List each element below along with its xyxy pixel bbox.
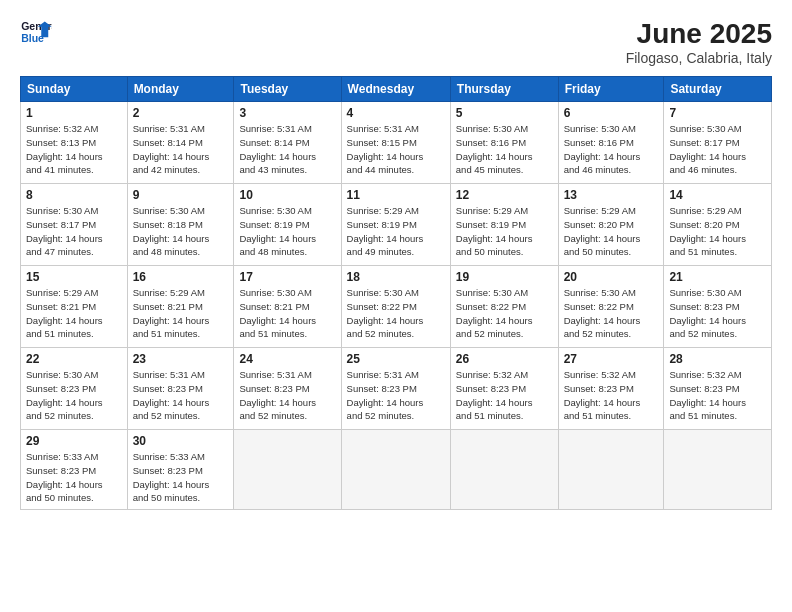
day-info: Sunrise: 5:30 AM Sunset: 8:23 PM Dayligh… [669,286,766,341]
day-number: 26 [456,352,553,366]
day-number: 28 [669,352,766,366]
week-row: 22Sunrise: 5:30 AM Sunset: 8:23 PM Dayli… [21,348,772,430]
day-info: Sunrise: 5:30 AM Sunset: 8:19 PM Dayligh… [239,204,335,259]
table-row: 7Sunrise: 5:30 AM Sunset: 8:17 PM Daylig… [664,102,772,184]
day-number: 21 [669,270,766,284]
day-number: 20 [564,270,659,284]
table-row: 28Sunrise: 5:32 AM Sunset: 8:23 PM Dayli… [664,348,772,430]
calendar-table: Sunday Monday Tuesday Wednesday Thursday… [20,76,772,510]
day-info: Sunrise: 5:29 AM Sunset: 8:19 PM Dayligh… [347,204,445,259]
header-row: Sunday Monday Tuesday Wednesday Thursday… [21,77,772,102]
day-info: Sunrise: 5:32 AM Sunset: 8:23 PM Dayligh… [669,368,766,423]
table-row: 24Sunrise: 5:31 AM Sunset: 8:23 PM Dayli… [234,348,341,430]
day-number: 11 [347,188,445,202]
logo-icon: General Blue [20,18,52,46]
day-number: 7 [669,106,766,120]
day-info: Sunrise: 5:31 AM Sunset: 8:14 PM Dayligh… [133,122,229,177]
col-saturday: Saturday [664,77,772,102]
day-info: Sunrise: 5:31 AM Sunset: 8:15 PM Dayligh… [347,122,445,177]
table-row: 6Sunrise: 5:30 AM Sunset: 8:16 PM Daylig… [558,102,664,184]
day-number: 1 [26,106,122,120]
col-tuesday: Tuesday [234,77,341,102]
day-number: 23 [133,352,229,366]
day-number: 10 [239,188,335,202]
day-number: 29 [26,434,122,448]
day-info: Sunrise: 5:30 AM Sunset: 8:21 PM Dayligh… [239,286,335,341]
day-number: 18 [347,270,445,284]
day-info: Sunrise: 5:31 AM Sunset: 8:14 PM Dayligh… [239,122,335,177]
day-info: Sunrise: 5:30 AM Sunset: 8:16 PM Dayligh… [456,122,553,177]
day-info: Sunrise: 5:29 AM Sunset: 8:19 PM Dayligh… [456,204,553,259]
svg-text:Blue: Blue [21,32,44,44]
week-row: 8Sunrise: 5:30 AM Sunset: 8:17 PM Daylig… [21,184,772,266]
day-number: 3 [239,106,335,120]
table-row: 2Sunrise: 5:31 AM Sunset: 8:14 PM Daylig… [127,102,234,184]
day-info: Sunrise: 5:32 AM Sunset: 8:23 PM Dayligh… [456,368,553,423]
day-info: Sunrise: 5:33 AM Sunset: 8:23 PM Dayligh… [26,450,122,505]
table-row: 25Sunrise: 5:31 AM Sunset: 8:23 PM Dayli… [341,348,450,430]
day-info: Sunrise: 5:31 AM Sunset: 8:23 PM Dayligh… [239,368,335,423]
table-row [450,430,558,510]
day-info: Sunrise: 5:30 AM Sunset: 8:17 PM Dayligh… [669,122,766,177]
day-number: 30 [133,434,229,448]
table-row [664,430,772,510]
day-number: 6 [564,106,659,120]
day-info: Sunrise: 5:30 AM Sunset: 8:22 PM Dayligh… [347,286,445,341]
col-sunday: Sunday [21,77,128,102]
table-row: 11Sunrise: 5:29 AM Sunset: 8:19 PM Dayli… [341,184,450,266]
logo: General Blue [20,18,52,46]
day-info: Sunrise: 5:32 AM Sunset: 8:13 PM Dayligh… [26,122,122,177]
day-info: Sunrise: 5:32 AM Sunset: 8:23 PM Dayligh… [564,368,659,423]
day-number: 13 [564,188,659,202]
table-row: 17Sunrise: 5:30 AM Sunset: 8:21 PM Dayli… [234,266,341,348]
title-block: June 2025 Filogaso, Calabria, Italy [626,18,772,66]
table-row: 10Sunrise: 5:30 AM Sunset: 8:19 PM Dayli… [234,184,341,266]
day-number: 19 [456,270,553,284]
table-row: 12Sunrise: 5:29 AM Sunset: 8:19 PM Dayli… [450,184,558,266]
day-info: Sunrise: 5:30 AM Sunset: 8:16 PM Dayligh… [564,122,659,177]
table-row: 26Sunrise: 5:32 AM Sunset: 8:23 PM Dayli… [450,348,558,430]
header: General Blue June 2025 Filogaso, Calabri… [20,18,772,66]
day-number: 22 [26,352,122,366]
day-number: 27 [564,352,659,366]
day-info: Sunrise: 5:31 AM Sunset: 8:23 PM Dayligh… [133,368,229,423]
day-number: 14 [669,188,766,202]
table-row: 22Sunrise: 5:30 AM Sunset: 8:23 PM Dayli… [21,348,128,430]
table-row: 14Sunrise: 5:29 AM Sunset: 8:20 PM Dayli… [664,184,772,266]
table-row [234,430,341,510]
day-number: 17 [239,270,335,284]
day-info: Sunrise: 5:30 AM Sunset: 8:22 PM Dayligh… [456,286,553,341]
week-row: 15Sunrise: 5:29 AM Sunset: 8:21 PM Dayli… [21,266,772,348]
table-row: 1Sunrise: 5:32 AM Sunset: 8:13 PM Daylig… [21,102,128,184]
table-row: 18Sunrise: 5:30 AM Sunset: 8:22 PM Dayli… [341,266,450,348]
table-row: 23Sunrise: 5:31 AM Sunset: 8:23 PM Dayli… [127,348,234,430]
day-info: Sunrise: 5:29 AM Sunset: 8:20 PM Dayligh… [669,204,766,259]
table-row: 20Sunrise: 5:30 AM Sunset: 8:22 PM Dayli… [558,266,664,348]
day-info: Sunrise: 5:29 AM Sunset: 8:21 PM Dayligh… [26,286,122,341]
table-row: 15Sunrise: 5:29 AM Sunset: 8:21 PM Dayli… [21,266,128,348]
col-thursday: Thursday [450,77,558,102]
day-number: 12 [456,188,553,202]
table-row: 3Sunrise: 5:31 AM Sunset: 8:14 PM Daylig… [234,102,341,184]
table-row [558,430,664,510]
day-info: Sunrise: 5:29 AM Sunset: 8:21 PM Dayligh… [133,286,229,341]
day-info: Sunrise: 5:30 AM Sunset: 8:17 PM Dayligh… [26,204,122,259]
day-info: Sunrise: 5:31 AM Sunset: 8:23 PM Dayligh… [347,368,445,423]
day-number: 25 [347,352,445,366]
col-monday: Monday [127,77,234,102]
col-friday: Friday [558,77,664,102]
day-info: Sunrise: 5:30 AM Sunset: 8:23 PM Dayligh… [26,368,122,423]
day-number: 24 [239,352,335,366]
table-row: 27Sunrise: 5:32 AM Sunset: 8:23 PM Dayli… [558,348,664,430]
table-row [341,430,450,510]
page: General Blue June 2025 Filogaso, Calabri… [0,0,792,612]
location: Filogaso, Calabria, Italy [626,50,772,66]
col-wednesday: Wednesday [341,77,450,102]
table-row: 16Sunrise: 5:29 AM Sunset: 8:21 PM Dayli… [127,266,234,348]
month-title: June 2025 [626,18,772,50]
table-row: 8Sunrise: 5:30 AM Sunset: 8:17 PM Daylig… [21,184,128,266]
day-info: Sunrise: 5:33 AM Sunset: 8:23 PM Dayligh… [133,450,229,505]
week-row: 1Sunrise: 5:32 AM Sunset: 8:13 PM Daylig… [21,102,772,184]
week-row: 29Sunrise: 5:33 AM Sunset: 8:23 PM Dayli… [21,430,772,510]
day-info: Sunrise: 5:29 AM Sunset: 8:20 PM Dayligh… [564,204,659,259]
